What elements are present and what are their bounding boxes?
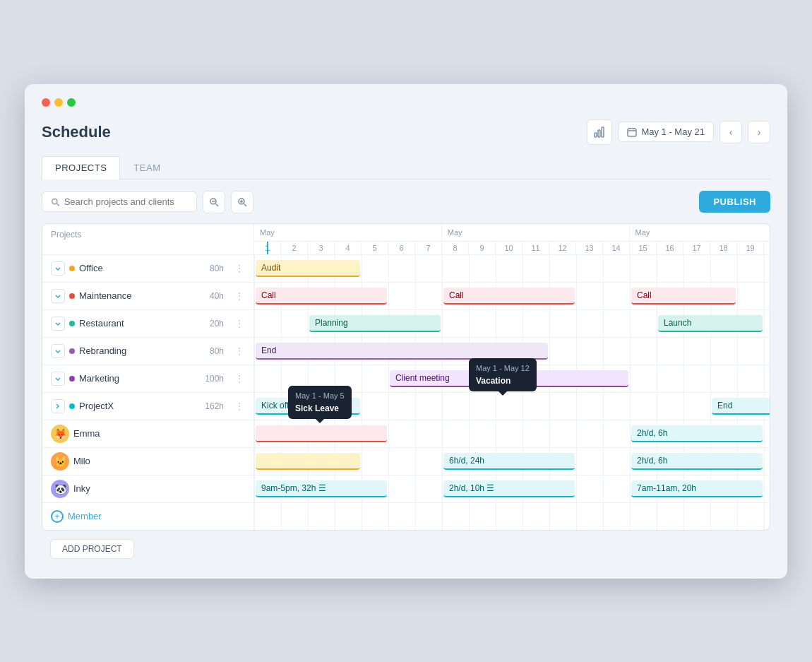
expand-btn-maintenance[interactable] (51, 289, 65, 303)
bar-maintenance-2[interactable]: Call (631, 288, 736, 305)
grid-line-12 (576, 448, 577, 475)
close-dot[interactable] (42, 98, 50, 107)
member-name-inky: Inky (73, 483, 90, 494)
bar-emma-1[interactable]: 2h/d, 6h (631, 425, 763, 442)
grid-line-14 (630, 448, 631, 475)
grid-line-19 (764, 448, 765, 475)
row-menu-office[interactable]: ⋮ (234, 263, 245, 274)
zoom-in-button[interactable] (231, 191, 253, 213)
bar-emma-0[interactable] (256, 425, 387, 442)
grid-line-12 (576, 393, 577, 420)
grid-line-19 (764, 475, 765, 502)
expand-btn-restaurant[interactable] (51, 317, 65, 331)
grid-line-9 (496, 255, 496, 282)
svg-rect-1 (598, 130, 600, 137)
date-range-button[interactable]: May 1 - May 21 (618, 122, 714, 142)
search-input[interactable] (64, 196, 188, 207)
bar-inky-2[interactable]: 7am-11am, 20h (631, 480, 763, 497)
day-cell-6: 6 (388, 242, 415, 254)
bars-member-add (254, 503, 770, 530)
project-name-marketing: Marketing (79, 373, 119, 384)
day-cell-10: 10 (496, 242, 523, 254)
bars-inky: 9am-5pm, 32h ☰2h/d, 10h ☰7am-11am, 20h (254, 475, 770, 502)
month-group-2: May (442, 224, 630, 241)
grid-line-9 (496, 420, 496, 447)
member-name-emma: Emma (73, 428, 100, 439)
bar-projectx-1[interactable]: End (712, 398, 770, 415)
project-dot-restaurant (69, 321, 75, 326)
bar-restaurant-0[interactable]: Planning (309, 315, 441, 332)
maximize-dot[interactable] (67, 98, 76, 107)
grid-line-13 (603, 420, 604, 447)
header-controls: May 1 - May 21 ‹ › (587, 119, 770, 145)
expand-btn-marketing[interactable] (51, 372, 65, 386)
prev-period-button[interactable]: ‹ (720, 121, 742, 143)
bar-projectx-0[interactable]: Kick off (256, 398, 360, 415)
bar-maintenance-1[interactable]: Call (443, 288, 575, 305)
bar-milo-0[interactable] (256, 453, 360, 470)
day-cell-16: 16 (657, 242, 683, 254)
bar-office-0[interactable]: Audit (256, 260, 360, 277)
row-menu-projectx[interactable]: ⋮ (234, 401, 245, 412)
gantt-label-restaurant: Restaurant20h⋮ (42, 310, 254, 337)
grid-line-11 (549, 310, 550, 337)
day-cell-11: 11 (523, 242, 549, 254)
gantt-timeline-header: May May May 123456789101112131 (254, 224, 770, 254)
bars-restaurant: PlanningLaunch (254, 310, 770, 337)
grid-line-17 (710, 393, 711, 420)
gantt-chart: Projects May May May (42, 223, 770, 531)
bar-inky-0[interactable]: 9am-5pm, 32h ☰ (256, 480, 387, 497)
grid-line-2 (308, 503, 309, 530)
tab-team[interactable]: TEAM (120, 156, 174, 179)
bar-milo-2[interactable]: 2h/d, 6h (631, 453, 763, 470)
grid-line-11 (549, 420, 550, 447)
day-cell-5: 5 (362, 242, 388, 254)
grid-line-13 (603, 475, 604, 502)
minimize-dot[interactable] (54, 98, 63, 107)
bar-milo-1[interactable]: 6h/d, 24h (443, 453, 575, 470)
expand-btn-projectx[interactable] (51, 399, 65, 413)
expand-btn-office[interactable] (51, 261, 65, 276)
grid-line-15 (657, 503, 657, 530)
grid-line-7 (442, 503, 443, 530)
month-label-1: May (254, 226, 280, 239)
grid-line-16 (683, 503, 684, 530)
gantt-row-projectx: ProjectX162h⋮Kick offEndMay 1 - May 12Va… (42, 393, 770, 420)
bar-marketing-0[interactable]: Client meeting (390, 370, 628, 387)
day-cell-15: 15 (630, 242, 657, 254)
add-member-label[interactable]: +Member (51, 510, 102, 523)
grid-line-9 (496, 503, 496, 530)
grid-line-6 (415, 255, 416, 282)
bars-office: Audit (254, 255, 770, 282)
project-dot-rebranding (69, 348, 75, 354)
tab-projects[interactable]: PROJECTS (42, 156, 120, 179)
publish-button[interactable]: PUBLISH (699, 191, 770, 213)
grid-line-8 (469, 393, 470, 420)
add-project-button[interactable]: ADD PROJECT (50, 539, 134, 559)
next-period-button[interactable]: › (748, 121, 770, 143)
grid-line-7 (442, 283, 443, 309)
grid-line-14 (630, 503, 631, 530)
grid-line-7 (442, 448, 443, 475)
project-name-projectx: ProjectX (79, 401, 114, 411)
date-range-label: May 1 - May 21 (641, 126, 705, 137)
row-menu-rebranding[interactable]: ⋮ (234, 345, 245, 357)
grid-line-10 (523, 255, 523, 282)
grid-line-6 (415, 503, 416, 530)
grid-line-18 (737, 283, 738, 309)
row-menu-marketing[interactable]: ⋮ (234, 373, 245, 384)
month-row: May May May (254, 224, 770, 242)
bar-maintenance-0[interactable]: Call (256, 288, 387, 305)
bar-rebranding-0[interactable]: End (256, 343, 548, 360)
grid-line-3 (335, 503, 335, 530)
grid-line-14 (630, 393, 631, 420)
row-menu-maintenance[interactable]: ⋮ (234, 290, 245, 302)
expand-btn-rebranding[interactable] (51, 344, 65, 358)
grid-line-13 (603, 310, 604, 337)
bar-inky-1[interactable]: 2h/d, 10h ☰ (443, 480, 575, 497)
chart-view-button[interactable] (587, 119, 612, 145)
row-menu-restaurant[interactable]: ⋮ (234, 318, 245, 329)
zoom-out-button[interactable] (203, 191, 225, 213)
bar-restaurant-1[interactable]: Launch (658, 315, 763, 332)
day-cell-8: 8 (442, 242, 469, 254)
